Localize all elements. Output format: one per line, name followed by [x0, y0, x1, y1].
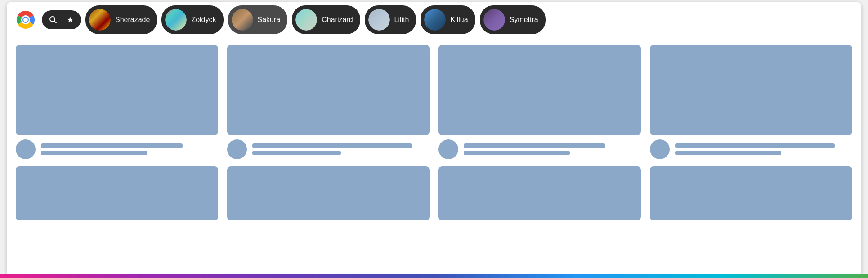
app-logo[interactable]: [14, 8, 37, 31]
tab-label-killua: Killua: [450, 16, 468, 24]
card-2-line-2: [252, 151, 341, 155]
avatar-symettra: [483, 9, 505, 31]
card-1-text: [41, 143, 218, 155]
bottom-gradient-bar: [7, 274, 861, 276]
card-4-meta: [650, 139, 852, 159]
card-3-line-2: [464, 151, 570, 155]
tab-sakura[interactable]: Sakura: [228, 5, 288, 34]
tab-symettra[interactable]: Symettra: [480, 5, 546, 34]
tab-lilith[interactable]: Lilith: [365, 5, 416, 34]
avatar-killua: [424, 9, 446, 31]
card-3-line-1: [464, 143, 605, 148]
card-3-avatar: [438, 139, 458, 159]
cards-row-1: [16, 45, 852, 159]
divider: [62, 15, 62, 24]
card-6-image: [227, 166, 430, 220]
star-icon[interactable]: ★: [67, 15, 74, 25]
avatar-zoldyck: [165, 9, 187, 31]
card-4-line-1: [675, 143, 835, 148]
card-3-text: [464, 143, 641, 155]
top-bar: ★ Sherazade Zoldyck Sakura Charizar: [7, 2, 861, 38]
svg-line-6: [54, 21, 57, 23]
card-8-image: [650, 166, 852, 220]
cards-row-2: [16, 166, 852, 220]
card-3-meta: [438, 139, 641, 159]
card-1: [16, 45, 218, 159]
card-4-line-2: [675, 151, 781, 155]
card-1-line-1: [41, 143, 183, 148]
card-4-text: [675, 143, 852, 155]
tab-label-zoldyck: Zoldyck: [191, 16, 216, 24]
avatar-sakura: [232, 9, 253, 31]
card-1-avatar: [16, 139, 36, 159]
card-3: [438, 45, 641, 159]
card-4-image: [650, 45, 852, 135]
tab-label-symettra: Symettra: [510, 16, 538, 24]
tab-label-charizard: Charizard: [322, 16, 353, 24]
card-1-image: [16, 45, 218, 135]
tab-label-sherazade: Sherazade: [115, 16, 150, 24]
tab-zoldyck[interactable]: Zoldyck: [161, 5, 223, 34]
search-icon[interactable]: [49, 16, 57, 24]
tab-sherazade[interactable]: Sherazade: [85, 5, 157, 34]
card-4: [650, 45, 852, 159]
card-1-meta: [16, 139, 218, 159]
card-2: [227, 45, 430, 159]
tab-charizard[interactable]: Charizard: [292, 5, 360, 34]
tab-label-lilith: Lilith: [394, 16, 409, 24]
card-2-text: [252, 143, 430, 155]
svg-point-4: [23, 18, 28, 22]
card-2-avatar: [227, 139, 247, 159]
card-4-avatar: [650, 139, 670, 159]
tab-label-sakura: Sakura: [258, 16, 281, 24]
tab-killua[interactable]: Killua: [421, 5, 475, 34]
avatar-sherazade: [89, 9, 111, 31]
card-2-line-1: [252, 143, 412, 148]
card-3-image: [438, 45, 641, 135]
search-star-group: ★: [42, 10, 81, 29]
card-7-image: [438, 166, 641, 220]
main-content: [7, 38, 861, 276]
avatar-charizard: [295, 9, 317, 31]
avatar-lilith: [368, 9, 390, 31]
card-1-line-2: [41, 151, 147, 155]
card-2-meta: [227, 139, 430, 159]
card-5-image: [16, 166, 218, 220]
card-2-image: [227, 45, 430, 135]
browser-window: ★ Sherazade Zoldyck Sakura Charizar: [7, 2, 861, 276]
